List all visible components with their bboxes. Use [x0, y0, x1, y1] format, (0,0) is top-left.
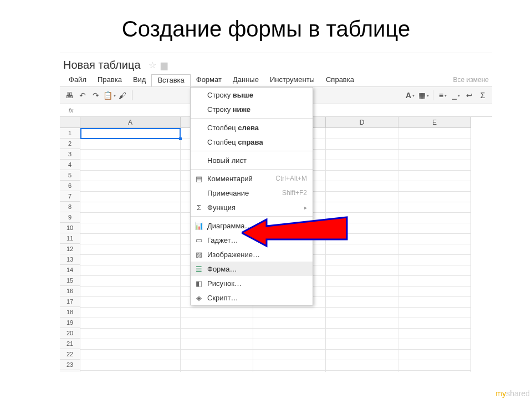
cell[interactable]: [181, 339, 253, 350]
cell[interactable]: [398, 265, 471, 276]
col-header-a[interactable]: A: [80, 117, 181, 128]
folder-icon[interactable]: ▆: [161, 60, 167, 70]
cell[interactable]: [398, 275, 471, 287]
cell[interactable]: [80, 191, 181, 202]
cell[interactable]: [398, 149, 471, 160]
cell[interactable]: [326, 254, 398, 265]
cell[interactable]: [326, 328, 398, 339]
cell[interactable]: [326, 370, 398, 372]
cell[interactable]: [398, 296, 471, 308]
undo-icon[interactable]: ↶: [76, 89, 89, 101]
row-header[interactable]: 8: [60, 202, 80, 212]
cell[interactable]: [398, 370, 471, 372]
cell[interactable]: [398, 128, 471, 139]
text-color-icon[interactable]: A: [404, 89, 416, 101]
row-header[interactable]: 14: [60, 265, 80, 275]
cell[interactable]: [80, 139, 181, 150]
row-header[interactable]: 1: [60, 128, 80, 139]
cell[interactable]: [326, 191, 398, 202]
cell[interactable]: [326, 233, 398, 244]
cell[interactable]: [80, 128, 181, 139]
print-icon[interactable]: 🖶: [63, 89, 75, 101]
row-header[interactable]: 22: [60, 349, 80, 360]
cell[interactable]: [398, 360, 471, 371]
insert-row-below[interactable]: Строку ниже: [191, 102, 313, 116]
cell[interactable]: [398, 244, 471, 255]
cell[interactable]: [326, 149, 398, 160]
cell[interactable]: [253, 349, 326, 360]
cell[interactable]: [80, 212, 181, 223]
row-header[interactable]: 13: [60, 254, 80, 265]
row-header[interactable]: 4: [60, 160, 80, 170]
cell[interactable]: [181, 318, 253, 329]
row-header[interactable]: 16: [60, 286, 80, 296]
cell[interactable]: [326, 318, 398, 329]
wrap-icon[interactable]: ↩: [463, 89, 475, 101]
row-header[interactable]: 21: [60, 339, 80, 349]
cell[interactable]: [253, 370, 326, 372]
functions-icon[interactable]: Σ: [477, 89, 489, 101]
cell[interactable]: [326, 170, 398, 181]
cell[interactable]: [80, 286, 181, 297]
cell[interactable]: [80, 233, 181, 244]
insert-row-above[interactable]: Строку выше: [191, 88, 313, 102]
row-header[interactable]: 2: [60, 139, 80, 149]
row-header[interactable]: 19: [60, 318, 80, 328]
cell[interactable]: [326, 307, 398, 318]
col-header-e[interactable]: E: [398, 117, 471, 128]
cell[interactable]: [80, 149, 181, 160]
cell[interactable]: [80, 349, 181, 360]
cell[interactable]: [398, 191, 471, 202]
menu-view[interactable]: Вид: [127, 74, 152, 86]
cell[interactable]: [253, 360, 326, 371]
cell[interactable]: [80, 370, 181, 372]
cell[interactable]: [398, 181, 471, 192]
cell[interactable]: [80, 170, 181, 181]
menu-data[interactable]: Данные: [227, 74, 264, 86]
cell[interactable]: [80, 160, 181, 171]
cell[interactable]: [80, 223, 181, 234]
cell[interactable]: [80, 296, 181, 308]
row-header[interactable]: 5: [60, 170, 80, 181]
row-header[interactable]: 7: [60, 191, 80, 202]
cell[interactable]: [326, 212, 398, 223]
insert-col-right[interactable]: Столбец справа: [191, 135, 313, 149]
cell[interactable]: [181, 349, 253, 360]
cell[interactable]: [80, 265, 181, 276]
menu-insert[interactable]: Вставка: [151, 74, 190, 86]
cell[interactable]: [80, 318, 181, 329]
cell[interactable]: [398, 223, 471, 234]
col-header-d[interactable]: D: [326, 117, 398, 128]
cell[interactable]: [80, 181, 181, 192]
insert-new-sheet[interactable]: Новый лист: [191, 153, 313, 167]
insert-gadget[interactable]: ▭Гаджет…: [191, 233, 313, 247]
menu-tools[interactable]: Инструменты: [264, 74, 320, 86]
cell[interactable]: [398, 307, 471, 318]
valign-icon[interactable]: ⎯: [450, 89, 462, 101]
insert-function[interactable]: ΣФункция▸: [191, 200, 313, 214]
cell[interactable]: [398, 212, 471, 223]
cell[interactable]: [398, 254, 471, 265]
menu-help[interactable]: Справка: [320, 74, 360, 86]
cell[interactable]: [253, 328, 326, 339]
cell[interactable]: [326, 244, 398, 255]
insert-form[interactable]: ☰Форма…: [191, 262, 313, 276]
insert-note[interactable]: ПримечаниеShift+F2: [191, 186, 313, 200]
cell[interactable]: [326, 128, 398, 139]
cell[interactable]: [326, 160, 398, 171]
cell[interactable]: [398, 202, 471, 213]
cell[interactable]: [326, 275, 398, 287]
cell[interactable]: [80, 275, 181, 287]
cell[interactable]: [398, 139, 471, 150]
row-header[interactable]: 24: [60, 370, 80, 372]
menu-file[interactable]: Файл: [63, 74, 92, 86]
cell[interactable]: [326, 202, 398, 213]
insert-chart[interactable]: 📊Диаграмма…: [191, 218, 313, 233]
cell[interactable]: [398, 233, 471, 244]
cell[interactable]: [326, 286, 398, 297]
select-all-corner[interactable]: [60, 117, 80, 128]
row-header[interactable]: 10: [60, 223, 80, 233]
cell[interactable]: [398, 349, 471, 360]
cell[interactable]: [398, 328, 471, 339]
insert-drawing[interactable]: ◧Рисунок…: [191, 276, 313, 290]
